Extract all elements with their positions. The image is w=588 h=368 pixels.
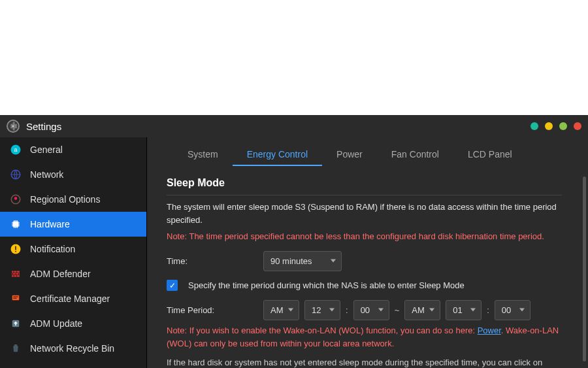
- period-hh2-select[interactable]: 01: [446, 300, 482, 321]
- specify-period-checkbox[interactable]: ✓: [167, 280, 178, 291]
- content-area: SystemEnergy ControlPowerFan ControlLCD …: [147, 137, 588, 368]
- sleep-note-1: Note: The time period specified cannot b…: [167, 230, 562, 243]
- svg-rect-8: [15, 246, 16, 250]
- window-title: Settings: [26, 121, 61, 132]
- sleep-desc: The system will enter sleep mode S3 (Sus…: [167, 201, 562, 226]
- specify-period-label: Specify the time period during which the…: [188, 279, 465, 292]
- wol-note: Note: If you wish to enable the Wake-on-…: [167, 324, 562, 350]
- tab-energy-control[interactable]: Energy Control: [233, 144, 322, 166]
- sidebar-item-label: ADM Defender: [30, 269, 91, 279]
- settings-gear-icon: [7, 120, 20, 133]
- dot-green[interactable]: [559, 122, 567, 130]
- time-select[interactable]: 90 minutes: [263, 251, 342, 272]
- sidebar-item-adm-defender[interactable]: ADM Defender: [0, 261, 146, 286]
- divider: [167, 195, 562, 195]
- up-icon: [9, 317, 22, 330]
- svg-text:a: a: [14, 146, 17, 153]
- sidebar-item-notification[interactable]: Notification: [0, 237, 146, 261]
- svg-point-5: [14, 197, 18, 200]
- pin-icon: [9, 193, 22, 206]
- alert-icon: [9, 243, 22, 256]
- sidebar-item-label: Certificate Manager: [30, 293, 110, 304]
- period-mm1-select[interactable]: 00: [353, 300, 389, 321]
- sidebar-item-label: Hardware: [30, 219, 70, 229]
- sidebar-item-network-recycle-bin[interactable]: Network Recycle Bin: [0, 336, 146, 361]
- svg-rect-9: [15, 251, 16, 252]
- sidebar-item-adm-update[interactable]: ADM Update: [0, 311, 146, 336]
- sidebar-item-label: Regional Options: [30, 194, 100, 205]
- wall-icon: [9, 267, 22, 280]
- dot-yellow[interactable]: [545, 122, 553, 130]
- tabs: SystemEnergy ControlPowerFan ControlLCD …: [147, 137, 588, 166]
- diag-desc: If the hard disk or system has not yet e…: [167, 356, 562, 368]
- title-bar: Settings: [0, 115, 588, 137]
- a-icon: a: [9, 143, 22, 156]
- sidebar-item-general[interactable]: aGeneral: [0, 137, 146, 162]
- period-label: Time Period:: [167, 304, 258, 317]
- bin-icon: [9, 342, 22, 355]
- tab-power[interactable]: Power: [322, 144, 377, 166]
- sidebar-item-label: ADM Update: [30, 318, 82, 329]
- sidebar-item-certificate-manager[interactable]: Certificate Manager: [0, 286, 146, 311]
- sidebar-item-regional-options[interactable]: Regional Options: [0, 187, 146, 212]
- svg-point-0: [12, 125, 14, 127]
- period-ampm2-select[interactable]: AM: [404, 300, 440, 321]
- svg-rect-11: [12, 295, 20, 301]
- sidebar-item-label: General: [30, 144, 63, 155]
- dot-red[interactable]: [574, 122, 581, 130]
- sidebar: aGeneralNetworkRegional OptionsHardwareN…: [0, 137, 147, 368]
- tab-fan-control[interactable]: Fan Control: [377, 144, 453, 166]
- time-label: Time:: [167, 255, 258, 268]
- panel: Sleep Mode The system will enter sleep m…: [147, 166, 588, 368]
- sidebar-item-label: Network: [30, 169, 63, 180]
- sidebar-item-hardware[interactable]: Hardware: [0, 212, 146, 237]
- period-ampm1-select[interactable]: AM: [263, 300, 299, 321]
- sidebar-item-scheduling[interactable]: Scheduling: [0, 361, 146, 368]
- globe-icon: [9, 168, 22, 181]
- period-mm2-select[interactable]: 00: [495, 300, 531, 321]
- dot-teal[interactable]: [531, 122, 538, 130]
- tab-lcd-panel[interactable]: LCD Panel: [453, 144, 527, 166]
- window-controls: [531, 122, 581, 130]
- sidebar-item-network[interactable]: Network: [0, 162, 146, 187]
- cert-icon: [9, 292, 22, 305]
- sidebar-item-label: Notification: [30, 244, 75, 254]
- chip-icon: [9, 218, 22, 231]
- period-hh1-select[interactable]: 12: [304, 300, 340, 321]
- power-link[interactable]: Power: [478, 326, 501, 335]
- svg-rect-6: [13, 222, 19, 227]
- sidebar-item-label: Network Recycle Bin: [30, 343, 114, 354]
- section-title: Sleep Mode: [167, 175, 562, 191]
- content-scrollbar[interactable]: [583, 176, 586, 361]
- tab-system[interactable]: System: [173, 144, 233, 166]
